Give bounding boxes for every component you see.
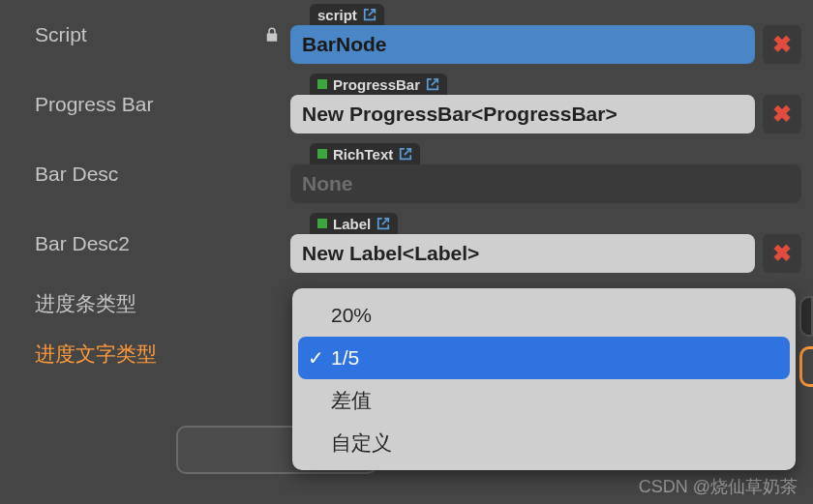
external-link-icon[interactable] (363, 8, 376, 21)
label-text-type: 进度文字类型 (35, 341, 290, 368)
tag-script: script (310, 4, 384, 25)
dropdown-option-3[interactable]: 自定义 (298, 422, 790, 464)
label-bar-desc2: Bar Desc2 (35, 232, 290, 255)
row-progress-bar: Progress Bar ProgressBar New ProgressBar… (0, 70, 813, 139)
field-script: script BarNode ✖ (290, 0, 813, 70)
dropdown-option-2[interactable]: 差值 (298, 379, 790, 422)
row-bar-desc2: Bar Desc2 Label New Label<Label> ✖ (0, 209, 813, 279)
field-bar-desc: RichText None (290, 139, 813, 209)
label-text: Bar Desc (35, 163, 118, 186)
tag-text: Label (333, 216, 371, 232)
dropdown-option-label: 自定义 (331, 430, 392, 457)
script-input-value: BarNode (302, 33, 387, 56)
progress-bar-input[interactable]: New ProgressBar<ProgressBar> (290, 95, 755, 133)
progress-bar-input-value: New ProgressBar<ProgressBar> (302, 103, 617, 126)
label-text: Progress Bar (35, 93, 154, 116)
check-icon: ✓ (308, 346, 324, 370)
tag-bar-desc2: Label (310, 213, 398, 234)
label-text: 进度条类型 (35, 290, 136, 317)
bar-desc2-input-value: New Label<Label> (302, 242, 479, 265)
node-indicator-icon (317, 79, 327, 89)
hidden-select-edge-active[interactable] (799, 346, 813, 387)
tag-bar-desc: RichText (310, 143, 420, 164)
row-script: Script script BarNode ✖ (0, 0, 813, 70)
clear-button[interactable]: ✖ (763, 234, 801, 273)
clear-button[interactable]: ✖ (763, 95, 801, 133)
bar-desc-input[interactable]: None (290, 164, 801, 203)
bar-desc2-input[interactable]: New Label<Label> (290, 234, 755, 273)
label-text: 进度文字类型 (35, 341, 157, 368)
label-progress-type: 进度条类型 (35, 290, 290, 317)
row-bar-desc: Bar Desc RichText None (0, 139, 813, 209)
label-text: Script (35, 23, 87, 46)
label-progress-bar: Progress Bar (35, 93, 290, 116)
external-link-icon[interactable] (399, 147, 412, 161)
external-link-icon[interactable] (426, 77, 439, 91)
node-indicator-icon (317, 219, 327, 228)
lock-icon (263, 25, 281, 44)
field-bar-desc2: Label New Label<Label> ✖ (290, 209, 813, 279)
watermark: CSDN @烧仙草奶茶 (639, 475, 798, 498)
tag-text: script (317, 7, 357, 23)
dropdown-option-label: 差值 (331, 387, 372, 414)
dropdown-option-1[interactable]: ✓ 1/5 (298, 337, 790, 379)
label-bar-desc: Bar Desc (35, 163, 290, 186)
tag-text: RichText (333, 146, 393, 163)
dropdown-option-label: 1/5 (331, 346, 359, 370)
dropdown-option-label: 20% (331, 304, 372, 327)
dropdown-option-0[interactable]: 20% (298, 294, 790, 337)
label-text: Bar Desc2 (35, 232, 130, 255)
external-link-icon[interactable] (376, 217, 390, 230)
tag-progress-bar: ProgressBar (310, 74, 447, 95)
hidden-select-edge[interactable] (799, 296, 813, 337)
tag-text: ProgressBar (333, 76, 420, 93)
node-indicator-icon (317, 149, 327, 159)
dropdown-menu: 20% ✓ 1/5 差值 自定义 (292, 288, 796, 470)
field-progress-bar: ProgressBar New ProgressBar<ProgressBar>… (290, 70, 813, 139)
bar-desc-placeholder: None (302, 172, 353, 195)
label-script: Script (35, 23, 290, 46)
script-input[interactable]: BarNode (290, 25, 755, 64)
clear-button[interactable]: ✖ (763, 25, 801, 64)
